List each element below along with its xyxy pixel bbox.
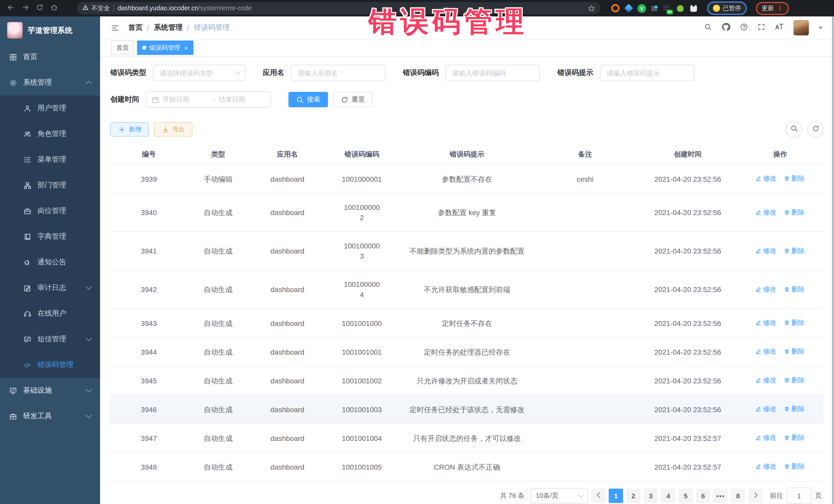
edit-link[interactable]: 修改: [755, 318, 776, 328]
sidebar-item-6[interactable]: 岗位管理: [0, 198, 100, 224]
table-row[interactable]: 3943自动生成dashboard1001001000定时任务不存在2021-0…: [110, 309, 824, 338]
filter-input[interactable]: [297, 68, 380, 77]
edit-link[interactable]: 修改: [755, 461, 776, 472]
security-chip[interactable]: 不安全: [82, 4, 110, 13]
sidebar-item-4[interactable]: 菜单管理: [0, 147, 100, 172]
blue-gem-extension-icon[interactable]: [624, 4, 633, 13]
table-row[interactable]: 3946自动生成dashboard1001001003定时任务已经处于该状态，无…: [110, 395, 824, 424]
edit-link[interactable]: 修改: [755, 346, 776, 357]
export-button[interactable]: 导出: [154, 122, 193, 136]
filter-input[interactable]: [606, 68, 689, 77]
show-search-button[interactable]: [786, 121, 802, 137]
delete-link[interactable]: 删除: [784, 174, 805, 184]
extensions-puzzle-icon[interactable]: [689, 4, 698, 13]
delete-link[interactable]: 删除: [784, 318, 805, 328]
prev-page-button[interactable]: [591, 489, 606, 503]
paused-extension-badge[interactable]: 已暂停: [707, 2, 747, 15]
sidebar-item-5[interactable]: 部门管理: [0, 172, 100, 198]
add-button[interactable]: 新增: [110, 122, 149, 136]
caret-down-icon[interactable]: [819, 27, 823, 29]
page-button-2[interactable]: 2: [626, 489, 640, 503]
refresh-table-button[interactable]: [807, 121, 824, 137]
filter-select-value[interactable]: [159, 68, 236, 77]
breadcrumb-item-1[interactable]: 系统管理: [154, 23, 183, 32]
grid-extension-icon[interactable]: [651, 5, 658, 12]
delete-link[interactable]: 删除: [784, 461, 805, 472]
vue-devtools-extension-icon[interactable]: V: [637, 4, 646, 13]
browser-forward-button[interactable]: [20, 3, 31, 14]
github-link[interactable]: [722, 23, 730, 34]
page-button-5[interactable]: 5: [679, 489, 693, 503]
filter-input[interactable]: [451, 68, 534, 77]
page-button-8[interactable]: 8: [731, 489, 745, 503]
sidebar-item-9[interactable]: 审计日志: [0, 275, 100, 301]
date-range-picker[interactable]: 开始日期 - 结束日期: [146, 91, 271, 108]
reset-button[interactable]: 重置: [333, 92, 373, 107]
table-row[interactable]: 3939手动编辑dashboard1001000001参数配置不存在ceshi2…: [110, 165, 824, 194]
edit-link[interactable]: 修改: [755, 375, 776, 386]
jump-page-input[interactable]: [787, 487, 811, 504]
delete-link[interactable]: 删除: [784, 284, 805, 294]
list-extension-icon[interactable]: on: [663, 4, 671, 13]
browser-home-button[interactable]: [48, 3, 60, 14]
page-button-4[interactable]: 4: [661, 489, 675, 503]
delete-link[interactable]: 删除: [784, 404, 805, 414]
delete-link[interactable]: 删除: [784, 346, 805, 357]
sidebar-item-13[interactable]: 基础设施: [0, 378, 100, 403]
page-button-1[interactable]: 1: [609, 489, 623, 503]
more-pages-button[interactable]: •••: [714, 489, 728, 503]
table-row[interactable]: 3941自动生成dashboard1001000003不能删除类型为系统内置的参…: [110, 232, 824, 270]
edit-link[interactable]: 修改: [755, 433, 776, 443]
browser-reload-button[interactable]: [34, 3, 45, 14]
orange-ring-extension-icon[interactable]: [611, 4, 619, 13]
collapse-sidebar-button[interactable]: [111, 24, 119, 32]
font-size-button[interactable]: [775, 23, 784, 32]
help-button[interactable]: [740, 23, 748, 33]
edit-link[interactable]: 修改: [755, 284, 776, 294]
user-avatar[interactable]: [793, 20, 809, 36]
sidebar-item-12[interactable]: 错误码管理: [0, 352, 100, 378]
table-row[interactable]: 3948自动生成dashboard1001001005CRON 表达式不正确20…: [110, 453, 824, 481]
tab-0[interactable]: 首页: [111, 41, 134, 55]
delete-link[interactable]: 删除: [784, 433, 805, 443]
sidebar-item-7[interactable]: 字典管理: [0, 224, 100, 249]
table-row[interactable]: 3940自动生成dashboard1001000002参数配置 key 重复20…: [110, 194, 824, 232]
delete-link[interactable]: 删除: [784, 207, 805, 217]
page-button-3[interactable]: 3: [643, 489, 658, 503]
sidebar-item-14[interactable]: 研发工具: [0, 403, 100, 429]
bookmark-star-icon[interactable]: [588, 4, 595, 12]
key-extension-icon[interactable]: [676, 4, 685, 13]
page-button-6[interactable]: 6: [696, 489, 710, 503]
edit-link[interactable]: 修改: [755, 246, 776, 256]
sidebar-item-11[interactable]: 短信管理: [0, 326, 100, 352]
delete-link[interactable]: 删除: [784, 375, 805, 386]
table-row[interactable]: 3945自动生成dashboard1001001002只允许修改为开启或者关闭状…: [110, 367, 824, 395]
tab-1[interactable]: 错误码管理×: [137, 41, 193, 55]
close-tab-icon[interactable]: ×: [184, 45, 188, 51]
search-button[interactable]: 搜索: [288, 92, 328, 107]
sidebar-item-0[interactable]: 首页: [0, 44, 100, 70]
sidebar-item-10[interactable]: 在线用户: [0, 301, 100, 326]
delete-link[interactable]: 删除: [784, 246, 805, 256]
window-scrollbar[interactable]: [832, 17, 834, 504]
breadcrumb-item-0[interactable]: 首页: [128, 23, 143, 32]
sidebar-item-3[interactable]: 角色管理: [0, 121, 100, 147]
page-size-select[interactable]: 10条/页: [531, 488, 588, 503]
header-search-button[interactable]: [704, 23, 712, 33]
edit-link[interactable]: 修改: [755, 404, 776, 414]
edit-link[interactable]: 修改: [755, 174, 776, 184]
table-row[interactable]: 3942自动生成dashboard1001000004不允许获取敏感配置到前端2…: [110, 270, 824, 309]
kebab-menu-icon[interactable]: ⋮: [777, 5, 783, 12]
edit-link[interactable]: 修改: [755, 207, 776, 217]
sidebar-item-1[interactable]: 系统管理: [0, 70, 100, 95]
sidebar-item-8[interactable]: 通知公告: [0, 249, 100, 275]
table-row[interactable]: 3944自动生成dashboard1001001001定时任务的处理器已经存在2…: [110, 338, 824, 367]
table-row[interactable]: 3947自动生成dashboard1001001004只有开启状态的任务，才可以…: [110, 424, 824, 453]
next-page-button[interactable]: [748, 489, 763, 503]
browser-back-button[interactable]: [5, 3, 17, 14]
filter-select[interactable]: [153, 65, 245, 81]
app-logo[interactable]: 芋道管理系统: [0, 17, 100, 44]
fullscreen-button[interactable]: [758, 23, 765, 33]
sidebar-item-2[interactable]: 用户管理: [0, 95, 100, 121]
browser-update-button[interactable]: 更新 ⋮: [756, 2, 789, 15]
